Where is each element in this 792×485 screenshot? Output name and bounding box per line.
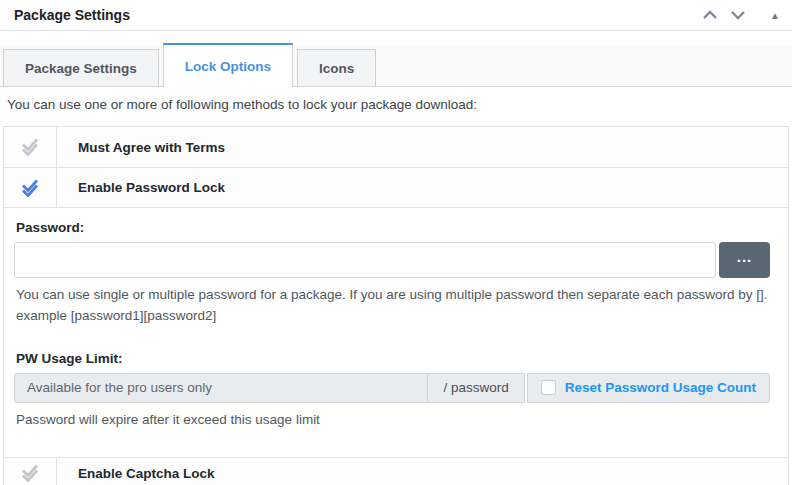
tab-lock-options[interactable]: Lock Options — [163, 43, 293, 87]
tab-icons[interactable]: Icons — [297, 49, 376, 86]
reset-usage-count-checkbox[interactable] — [541, 380, 556, 395]
double-check-icon — [20, 179, 40, 197]
accordion-title-password-lock: Enable Password Lock — [57, 168, 225, 207]
password-help-text: You can use single or multiple password … — [16, 285, 770, 327]
usage-limit-group: / password Reset Password Usage Count — [14, 373, 770, 403]
intro-text: You can use one or more of following met… — [0, 87, 792, 112]
password-lock-icon-cell — [4, 168, 57, 207]
accordion-header-terms[interactable]: Must Agree with Terms — [4, 127, 788, 167]
password-lock-panel: Password: ... You can use single or mult… — [4, 207, 788, 457]
password-label: Password: — [16, 220, 770, 235]
move-down-icon[interactable] — [728, 7, 748, 23]
tab-package-settings[interactable]: Package Settings — [3, 49, 159, 86]
usage-limit-input — [14, 373, 428, 403]
double-check-icon — [20, 138, 40, 156]
usage-limit-label: PW Usage Limit: — [16, 351, 770, 366]
accordion-header-captcha[interactable]: Enable Captcha Lock — [4, 457, 788, 485]
accordion-title-captcha: Enable Captcha Lock — [57, 458, 215, 485]
page-title: Package Settings — [14, 7, 130, 23]
tab-bar: Package Settings Lock Options Icons — [0, 45, 792, 87]
double-check-icon — [20, 464, 40, 482]
password-input-row: ... — [14, 242, 770, 278]
accordion-header-password-lock[interactable]: Enable Password Lock — [4, 167, 788, 207]
password-input[interactable] — [14, 242, 716, 278]
move-up-icon[interactable] — [700, 7, 720, 23]
accordion-title-terms: Must Agree with Terms — [57, 127, 225, 167]
reset-usage-count-label: Reset Password Usage Count — [565, 380, 756, 395]
password-help-example: example [password1][password2] — [16, 308, 216, 323]
collapse-toggle-icon[interactable]: ▲ — [770, 10, 780, 21]
lock-options-accordion: Must Agree with Terms Enable Password Lo… — [3, 126, 789, 485]
metabox-handles: ▲ — [700, 7, 780, 23]
terms-icon-cell — [4, 127, 57, 167]
reset-usage-count-control[interactable]: Reset Password Usage Count — [527, 373, 770, 403]
metabox-header: Package Settings ▲ — [0, 0, 792, 31]
generate-password-button[interactable]: ... — [719, 242, 770, 278]
captcha-icon-cell — [4, 458, 57, 485]
usage-limit-help: Password will expire after it exceed thi… — [16, 410, 770, 431]
password-help-line1: You can use single or multiple password … — [16, 287, 767, 302]
usage-limit-suffix: / password — [428, 373, 524, 403]
